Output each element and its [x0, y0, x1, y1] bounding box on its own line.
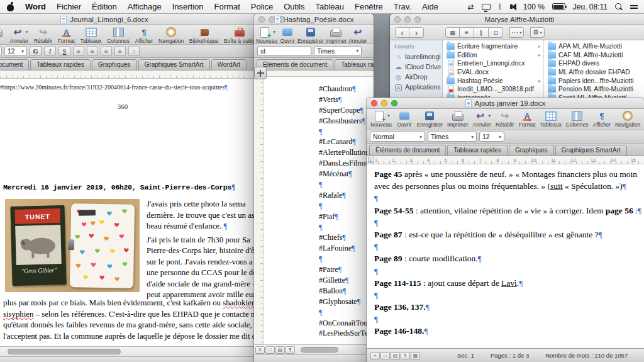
- file-row[interactable]: ML Alffre dossier EHPAD: [544, 68, 644, 77]
- draft-view-button[interactable]: [255, 346, 265, 354]
- spotlight-icon[interactable]: [615, 3, 623, 11]
- display-icon[interactable]: [482, 4, 491, 10]
- toolbar-button[interactable]: Afficher: [591, 110, 612, 128]
- ribbon-tab[interactable]: Graphiques: [92, 59, 137, 70]
- file-row[interactable]: CAF ML Alffre-Muziotti: [544, 51, 644, 60]
- toolbar-button[interactable]: Imprimer: [446, 110, 469, 128]
- volume-icon[interactable]: [510, 4, 516, 9]
- align-left-button[interactable]: ≡: [73, 46, 84, 56]
- file-row[interactable]: Hashtag Poésie ▸: [443, 76, 543, 85]
- toolbar-button[interactable]: Format: [56, 26, 77, 44]
- gear-action-button[interactable]: ▾: [530, 27, 545, 38]
- italic-button[interactable]: I: [44, 46, 56, 56]
- journal-document[interactable]: #https://www.20minutes.fr/france/31932-2…: [0, 79, 259, 346]
- ribbon-tab[interactable]: Éléments de document: [0, 59, 29, 70]
- ajouts-titlebar[interactable]: Ajouts janvier 19.docx: [367, 98, 644, 109]
- close-button[interactable]: [394, 16, 401, 23]
- toolbar-button[interactable]: ▾ Annuler: [471, 110, 492, 128]
- outline-view-button[interactable]: [380, 352, 390, 359]
- file-row[interactable]: EHPAD divers: [544, 59, 644, 68]
- hashtag-horizontal-scrollbar[interactable]: [254, 344, 374, 354]
- scrollbar-thumb[interactable]: [301, 347, 338, 353]
- font-combo-cut[interactable]: ▾: [0, 46, 2, 56]
- toolbar-button[interactable]: Enregistrer: [297, 26, 325, 44]
- hashtag-horizontal-ruler[interactable]: [264, 71, 374, 77]
- toolbar-button[interactable]: ▾ Nouveau: [369, 110, 393, 128]
- file-row[interactable]: Pension ML Alffre-Muziotti: [544, 85, 644, 94]
- arrange-button[interactable]: ▾: [509, 27, 524, 38]
- scrollbar-thumb[interactable]: [8, 349, 121, 354]
- toolbar-button[interactable]: Afficher: [133, 26, 155, 44]
- status-item[interactable]: Sec. 1: [457, 352, 474, 359]
- line-spacing-button[interactable]: ↕: [128, 46, 140, 56]
- file-row[interactable]: Entretien_Limongi.docx: [443, 59, 543, 68]
- page-view-button[interactable]: [275, 346, 285, 354]
- bold-button[interactable]: G: [30, 46, 42, 56]
- file-row[interactable]: Papiers iden...ffre-Muziotti: [544, 76, 644, 85]
- move-handle[interactable]: [254, 67, 267, 79]
- style-combo[interactable]: Normal ▾: [370, 132, 425, 142]
- menu-item[interactable]: Outils: [284, 2, 304, 11]
- toolbar-button[interactable]: Ouvrir: [279, 26, 296, 44]
- zoom-button[interactable]: [414, 16, 421, 23]
- zoom-button[interactable]: [391, 100, 397, 106]
- ribbon-tab[interactable]: Graphiques: [509, 145, 554, 156]
- close-button[interactable]: [371, 100, 377, 106]
- menu-bar-clock[interactable]: Jeu. 08:11: [573, 3, 608, 11]
- ajouts-document[interactable]: Page 45 après « une poussière de neuf. »…: [367, 164, 644, 348]
- file-row[interactable]: APA ML Alffre-Muziotti: [544, 42, 644, 51]
- toolbar-button[interactable]: ▾ Nouveau: [255, 26, 278, 44]
- column-view-button[interactable]: [474, 27, 489, 38]
- sidebar-item[interactable]: laurelimongi: [394, 52, 442, 62]
- toolbar-button[interactable]: Ouvrir: [395, 110, 414, 128]
- minimize-button[interactable]: [404, 16, 411, 23]
- ribbon-tab[interactable]: Éléments de document: [369, 145, 446, 156]
- style-search-field[interactable]: st: [257, 46, 311, 56]
- status-item[interactable]: Pages : 1 de 3: [491, 352, 529, 359]
- menu-item[interactable]: Police: [251, 2, 273, 11]
- battery-percentage[interactable]: 100 %: [523, 3, 545, 11]
- forward-button[interactable]: [409, 27, 424, 38]
- sidebar-item[interactable]: Applications: [394, 82, 442, 92]
- file-row[interactable]: Édition ▸: [443, 51, 543, 60]
- menu-item[interactable]: Format: [214, 2, 240, 11]
- file-row[interactable]: EVAL.docx: [443, 68, 543, 77]
- file-row[interactable]: Inedit_LIMO..._300818.pdf: [443, 85, 543, 94]
- toolbar-button[interactable]: Rétablir: [32, 26, 54, 44]
- journal-titlebar[interactable]: Journal_Limongi_6.docx: [0, 14, 259, 25]
- toolbar-button-print-cut[interactable]: [0, 26, 6, 38]
- toolbar-button[interactable]: Tableaux: [539, 110, 563, 128]
- toolbar-button[interactable]: Navigation: [157, 26, 186, 44]
- hashtag-document[interactable]: #Chaudron¶ #Verts¶ #SuperCoupe¶ #Ghostbu…: [254, 71, 374, 344]
- toolbar-button[interactable]: ▾ Annuler: [8, 26, 30, 44]
- bluetooth-icon[interactable]: ᛒ: [498, 3, 502, 11]
- ribbon-tab[interactable]: Tableaux rapides: [30, 59, 91, 70]
- menu-item[interactable]: Tableau: [315, 2, 344, 11]
- file-row[interactable]: Écriture fragmentaire ▸: [443, 42, 543, 51]
- ribbon-tab[interactable]: Tableaux rapides: [447, 145, 508, 156]
- menu-item[interactable]: Édition: [92, 2, 117, 11]
- hashtag-vertical-ruler[interactable]: [254, 71, 264, 344]
- menu-item[interactable]: Trav.: [394, 2, 411, 11]
- toolbar-button[interactable]: Rétablir: [494, 110, 516, 128]
- toolbar-button[interactable]: Format: [517, 110, 536, 128]
- align-center-button[interactable]: ≡: [87, 46, 98, 56]
- ribbon-tab[interactable]: Éléments de document: [257, 59, 333, 70]
- icon-view-button[interactable]: [445, 27, 460, 38]
- draft-view-button[interactable]: [370, 352, 380, 359]
- back-button[interactable]: [395, 27, 409, 38]
- close-button[interactable]: [258, 16, 265, 23]
- toolbar-button[interactable]: Boîte à outils: [222, 26, 257, 44]
- notebook-view-button[interactable]: [401, 352, 410, 359]
- toolbar-button[interactable]: Colonnes: [105, 26, 131, 44]
- sidebar-item[interactable]: iCloud Drive: [394, 62, 442, 72]
- ribbon-tab[interactable]: WordArt: [211, 59, 247, 70]
- status-item[interactable]: Nombre de mots : 210 de 1057: [545, 352, 628, 359]
- align-justify-button[interactable]: ≡: [114, 46, 126, 56]
- toolbar-button[interactable]: Navigation: [614, 110, 641, 128]
- menu-item[interactable]: Aide: [422, 2, 438, 11]
- publishing-view-button[interactable]: [411, 352, 420, 359]
- font-combo[interactable]: Times ▾: [428, 132, 477, 142]
- app-menu-word[interactable]: Word: [25, 2, 46, 11]
- font-size-combo[interactable]: 12 ▾: [479, 132, 504, 142]
